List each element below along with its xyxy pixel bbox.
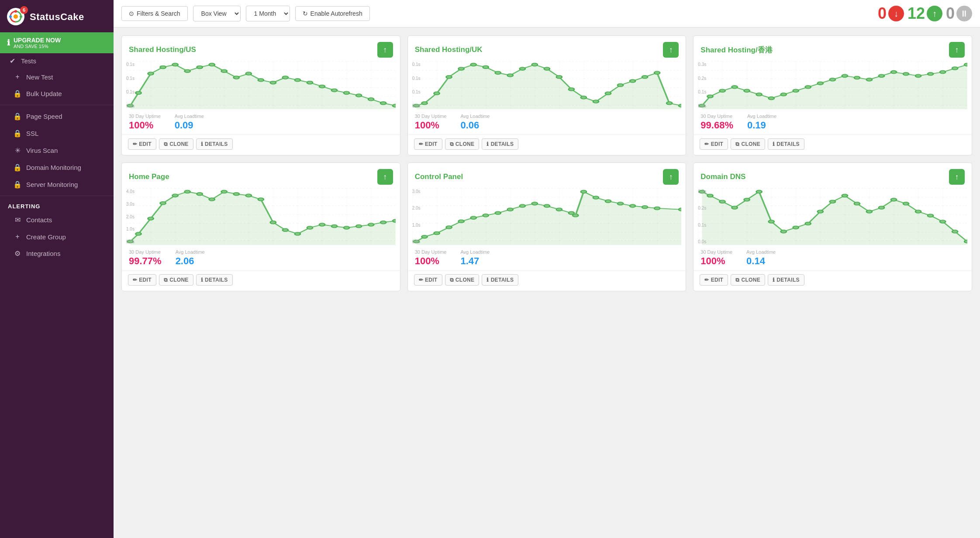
sidebar-item-bulk-update[interactable]: 🔒 Bulk Update: [0, 85, 114, 102]
details-label-home-page: DETAILS: [205, 277, 228, 283]
edit-button-shared-hosting-uk[interactable]: ✏ EDIT: [414, 138, 442, 150]
svg-point-35: [470, 63, 476, 66]
details-button-shared-hosting-hk[interactable]: ℹ DETAILS: [768, 138, 804, 150]
svg-point-58: [744, 89, 750, 92]
loadtime-block-shared-hosting-hk: Avg Loadtime 0.19: [747, 114, 776, 131]
view-select[interactable]: Box View List View: [193, 6, 241, 21]
svg-point-137: [830, 200, 835, 203]
loadtime-label-shared-hosting-hk: Avg Loadtime: [747, 114, 776, 119]
card-title-control-panel: Control Panel: [415, 172, 463, 181]
period-select[interactable]: 1 Month 1 Week 1 Day: [246, 6, 290, 21]
card-stats-domain-dns: 30 Day Uptime 100% Avg Loadtime 0.14: [694, 245, 972, 270]
edit-icon-control-panel: ✏: [419, 277, 423, 283]
details-label-shared-hosting-hk: DETAILS: [776, 141, 800, 147]
info-icon-shared-hosting-us: ℹ: [201, 141, 203, 147]
card-stats-shared-hosting-us: 30 Day Uptime 100% Avg Loadtime 0.09: [122, 109, 400, 134]
card-stats-home-page: 30 Day Uptime 99.77% Avg Loadtime 2.06: [122, 245, 400, 270]
loadtime-block-domain-dns: Avg Loadtime 0.14: [746, 249, 776, 267]
clone-button-home-page[interactable]: ⧉ CLONE: [159, 274, 193, 286]
details-label-control-panel: DETAILS: [491, 277, 514, 283]
svg-point-130: [744, 198, 750, 201]
details-button-home-page[interactable]: ℹ DETAILS: [196, 274, 233, 286]
svg-point-131: [756, 190, 762, 193]
check-icon: ✔: [8, 57, 17, 65]
filters-search-button[interactable]: ⊙ Filters & Search: [121, 6, 188, 21]
edit-icon-shared-hosting-hk: ✏: [704, 141, 709, 147]
info-icon-domain-dns: ℹ: [773, 277, 775, 283]
details-label-domain-dns: DETAILS: [776, 277, 800, 283]
svg-point-148: [964, 240, 967, 243]
sidebar-item-tests[interactable]: ✔ Tests: [0, 53, 114, 69]
svg-point-68: [866, 78, 872, 81]
svg-point-67: [854, 76, 860, 79]
svg-point-3: [20, 15, 22, 18]
clone-button-shared-hosting-hk[interactable]: ⧉ CLONE: [731, 138, 765, 150]
clone-button-control-panel[interactable]: ⧉ CLONE: [445, 274, 480, 286]
edit-button-shared-hosting-hk[interactable]: ✏ EDIT: [700, 138, 728, 150]
details-button-domain-dns[interactable]: ℹ DETAILS: [768, 274, 804, 286]
svg-point-18: [270, 81, 276, 84]
svg-point-138: [842, 194, 848, 197]
domain-monitoring-label: Domain Monitoring: [26, 164, 81, 171]
sidebar-item-domain-monitoring[interactable]: 🔒 Domain Monitoring: [0, 159, 114, 176]
server-monitoring-label: Server Monitoring: [26, 181, 78, 188]
edit-button-home-page[interactable]: ✏ EDIT: [128, 274, 156, 286]
card-header-home-page: Home Page ↑: [122, 163, 400, 188]
svg-point-50: [654, 71, 660, 74]
sidebar-item-server-monitoring[interactable]: 🔒 Server Monitoring: [0, 176, 114, 193]
page-speed-label: Page Speed: [26, 113, 62, 120]
details-button-shared-hosting-us[interactable]: ℹ DETAILS: [196, 138, 233, 150]
filter-icon: ⊙: [129, 10, 134, 17]
svg-point-8: [148, 72, 154, 75]
svg-point-39: [519, 67, 525, 70]
edit-button-shared-hosting-us[interactable]: ✏ EDIT: [128, 138, 156, 150]
edit-button-domain-dns[interactable]: ✏ EDIT: [700, 274, 728, 286]
sidebar-item-new-test[interactable]: + New Test: [0, 69, 114, 85]
svg-point-76: [964, 63, 967, 66]
loadtime-value-control-panel: 1.47: [460, 255, 490, 267]
up-arrow-icon: ↑: [927, 6, 942, 21]
sidebar-item-page-speed[interactable]: 🔒 Page Speed: [0, 108, 114, 125]
sidebar-item-create-group[interactable]: + Create Group: [0, 228, 114, 245]
info-icon-home-page: ℹ: [201, 277, 203, 283]
sidebar-item-contacts[interactable]: ✉ Contacts: [0, 211, 114, 228]
sidebar-item-ssl[interactable]: 🔒 SSL: [0, 125, 114, 142]
svg-point-52: [679, 104, 682, 107]
autorefresh-button[interactable]: ↻ Enable Autorefresh: [295, 6, 370, 21]
svg-point-85: [209, 198, 215, 201]
card-chart-shared-hosting-uk: 0.1s0.1s0.1s0.0s: [408, 61, 686, 109]
svg-point-34: [458, 67, 464, 70]
sidebar-logo[interactable]: 6 StatusCake: [0, 0, 114, 32]
lock-icon-5: 🔒: [13, 180, 22, 189]
uptime-block-shared-hosting-uk: 30 Day Uptime 100%: [415, 114, 447, 131]
card-header-shared-hosting-uk: Shared Hosting/UK ↑: [408, 36, 686, 61]
svg-point-110: [507, 208, 513, 211]
clone-button-shared-hosting-us[interactable]: ⧉ CLONE: [159, 138, 193, 150]
card-status-icon-shared-hosting-uk: ↑: [663, 42, 679, 58]
details-button-shared-hosting-uk[interactable]: ℹ DETAILS: [482, 138, 518, 150]
svg-point-22: [319, 85, 325, 88]
edit-label-home-page: EDIT: [139, 277, 152, 283]
card-chart-control-panel: 3.0s2.0s1.0s0.0s: [408, 188, 686, 245]
card-actions-control-panel: ✏ EDIT ⧉ CLONE ℹ DETAILS: [408, 270, 686, 291]
uptime-value-home-page: 99.77%: [129, 255, 162, 267]
svg-point-47: [618, 84, 623, 87]
upgrade-banner[interactable]: ℹ UPGRADE NOW AND SAVE 15%: [0, 32, 114, 53]
lock-icon-2: 🔒: [13, 112, 22, 121]
uptime-block-domain-dns: 30 Day Uptime 100%: [700, 249, 732, 267]
details-button-control-panel[interactable]: ℹ DETAILS: [482, 274, 518, 286]
loadtime-label-shared-hosting-us: Avg Loadtime: [175, 114, 204, 119]
clone-button-shared-hosting-uk[interactable]: ⧉ CLONE: [445, 138, 480, 150]
badge-paused: 0 ⏸: [946, 4, 972, 23]
sidebar-item-integrations[interactable]: ⚙ Integrations: [0, 245, 114, 262]
svg-point-129: [732, 206, 738, 209]
loadtime-block-control-panel: Avg Loadtime 1.47: [460, 249, 490, 267]
edit-button-control-panel[interactable]: ✏ EDIT: [414, 274, 442, 286]
chart-labels-domain-dns: 0.3s0.2s0.1s0.0s: [698, 188, 706, 245]
clone-button-domain-dns[interactable]: ⧉ CLONE: [731, 274, 765, 286]
svg-point-124: [679, 208, 682, 211]
svg-point-118: [593, 196, 599, 199]
chart-svg-domain-dns: [698, 188, 967, 245]
sidebar-item-virus-scan[interactable]: ✳ Virus Scan: [0, 142, 114, 159]
uptime-label-shared-hosting-uk: 30 Day Uptime: [415, 114, 447, 119]
